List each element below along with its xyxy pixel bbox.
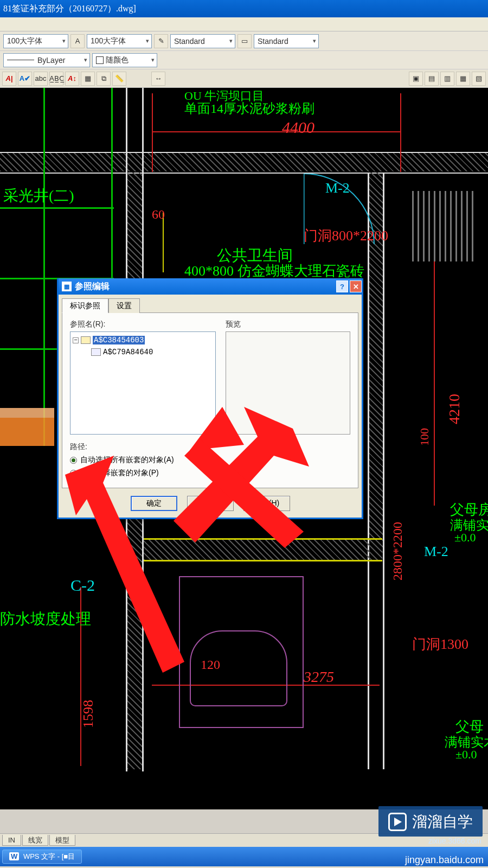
tool-ruler-icon[interactable]: 📏: [112, 72, 126, 86]
tab-label: IN: [8, 836, 15, 844]
dimension-text: 100: [418, 428, 432, 446]
linetype-combo[interactable]: ByLayer: [3, 53, 90, 67]
tool-text-scale-icon[interactable]: A↕: [65, 72, 79, 86]
grid-line: [0, 207, 114, 209]
tool-block-e-icon[interactable]: ▧: [472, 72, 486, 86]
play-icon: [388, 813, 407, 831]
tab-label: 模型: [55, 836, 69, 844]
menu-bar[interactable]: [0, 17, 488, 31]
tree-node-label: A$C79A84640: [103, 348, 153, 356]
combo-value: Standard: [258, 37, 288, 46]
toolbar-annotation: A| A✔ abc A̲B̲C̲ A↕ ▦ ⧉ 📏 ↔ ▣ ▤ ▥ ▦ ▧: [0, 69, 488, 88]
dimension-text: 3275: [304, 668, 334, 686]
dialog-help-icon[interactable]: ?: [336, 280, 348, 292]
room-label: 采光井(二): [3, 186, 74, 206]
toolbar-properties: ByLayer 随颜色: [0, 51, 488, 69]
grid-line: [0, 173, 488, 174]
text-style-combo-2[interactable]: 100大字体: [87, 34, 152, 48]
ref-name-label: 参照名(R):: [70, 320, 216, 329]
layout-tab[interactable]: 线宽: [22, 835, 48, 846]
tool-text-check-icon[interactable]: A✔: [18, 72, 32, 86]
tool-block-b-icon[interactable]: ▤: [425, 72, 439, 86]
wall-line: [383, 173, 384, 769]
dialog-title: 参照编辑: [75, 281, 110, 292]
color-swatch-icon: [96, 56, 104, 64]
tree-node-label: A$C38454603: [93, 336, 145, 344]
combo-value: 随颜色: [106, 55, 129, 65]
color-combo[interactable]: 随颜色: [92, 53, 157, 67]
watermark-badge: 溜溜自学: [378, 806, 483, 837]
credit-text: jingyan.baidu.com: [405, 854, 484, 866]
mark-text: M-2: [424, 544, 448, 560]
door-label: 门洞800*2200: [304, 226, 388, 245]
room-label: 400*800 仿金蝴蝶大理石瓷砖: [184, 261, 364, 280]
dim-ext-line: [400, 93, 401, 172]
annotation-arrow-icon: [168, 407, 309, 548]
toolbar-text-styles: 100大字体 A 100大字体 ✎ Standard ▭ Standard: [0, 31, 488, 51]
tool-block-d-icon[interactable]: ▦: [456, 72, 470, 86]
dimension-text: 2800*2200: [390, 522, 405, 580]
dialog-app-icon: ▦: [62, 282, 72, 291]
dim-style-button-icon[interactable]: ✎: [154, 34, 168, 48]
grid-line: [43, 88, 45, 446]
combo-value: ByLayer: [37, 56, 65, 65]
layout-tab[interactable]: 模型: [49, 835, 75, 846]
tab-label: 标识参照: [70, 301, 100, 310]
tree-node[interactable]: − A$C38454603: [73, 334, 213, 346]
tool-mtext-icon[interactable]: A|: [2, 72, 16, 86]
svg-marker-5: [394, 818, 402, 826]
combo-value: Standard: [174, 37, 205, 46]
svg-marker-1: [65, 456, 184, 673]
combo-value: 100大字体: [91, 36, 126, 46]
room-label: ±0.0: [455, 748, 477, 762]
dim-style-combo-2[interactable]: Standard: [254, 34, 319, 48]
dim-line: [434, 261, 435, 506]
block-icon: [91, 348, 101, 356]
tool-block-a-icon[interactable]: ▣: [409, 72, 423, 86]
tree-node[interactable]: A$C79A84640: [73, 346, 213, 358]
annotation-text: 单面14厚水泥砂浆粉刷: [184, 100, 314, 117]
tab-label: 线宽: [28, 836, 42, 844]
dimension-text: 4210: [446, 394, 463, 424]
dimension-text: 4400: [282, 118, 314, 137]
tool-abc-icon[interactable]: abc: [34, 72, 48, 86]
block-icon: [81, 336, 91, 344]
wall-hatch: [0, 153, 488, 171]
tool-field-icon[interactable]: ▦: [81, 72, 95, 86]
mark-text: M-2: [325, 180, 350, 196]
grid-line: [0, 152, 488, 153]
room-label: ±0.0: [454, 531, 476, 545]
watermark-subtext: zixue.3d66.com: [428, 837, 481, 845]
tool-block-c-icon[interactable]: ▥: [440, 72, 454, 86]
taskbar-item[interactable]: W WPS 文字 - [■目: [2, 850, 82, 864]
window-title: 81签证补充部分（20160727）.dwg]: [3, 4, 136, 13]
dim-style-combo-1[interactable]: Standard: [170, 34, 235, 48]
dialog-tabstrip: 标识参照 设置: [59, 295, 362, 312]
tool-annotate-box-icon[interactable]: ⧉: [97, 72, 111, 86]
dim-ext-line: [152, 93, 153, 172]
dialog-title-bar[interactable]: ▦ 参照编辑 ? ✕: [59, 278, 362, 295]
tab-identify-ref[interactable]: 标识参照: [62, 298, 108, 313]
dimension-text: 1598: [80, 700, 97, 728]
watermark-text: 溜溜自学: [412, 812, 473, 832]
preview-label: 预览: [226, 320, 350, 329]
tool-dim-icon[interactable]: ↔: [151, 72, 165, 86]
tool-text-style-icon[interactable]: A̲B̲C̲: [49, 72, 63, 86]
layout-tab[interactable]: IN: [2, 835, 21, 846]
selection-highlight: [0, 408, 54, 446]
dialog-close-icon[interactable]: ✕: [350, 280, 362, 292]
tree-expander-icon[interactable]: −: [73, 337, 79, 343]
table-style-button-icon[interactable]: ▭: [237, 34, 252, 48]
tab-label: 设置: [117, 301, 132, 310]
app-badge-icon: W: [9, 852, 19, 860]
taskbar-item-label: WPS 文字 - [■目: [23, 852, 75, 860]
text-style-combo-1[interactable]: 100大字体: [3, 34, 68, 48]
combo-value: 100大字体: [7, 36, 42, 46]
window-title-bar: 81签证补充部分（20160727）.dwg]: [0, 0, 488, 17]
tab-settings[interactable]: 设置: [108, 298, 140, 313]
dim-line: [152, 131, 401, 132]
door-label: 门洞1300: [412, 635, 468, 654]
text-style-button-icon[interactable]: A: [70, 34, 85, 48]
panel-hatch: [412, 191, 477, 261]
dimension-text: 60: [152, 207, 165, 222]
